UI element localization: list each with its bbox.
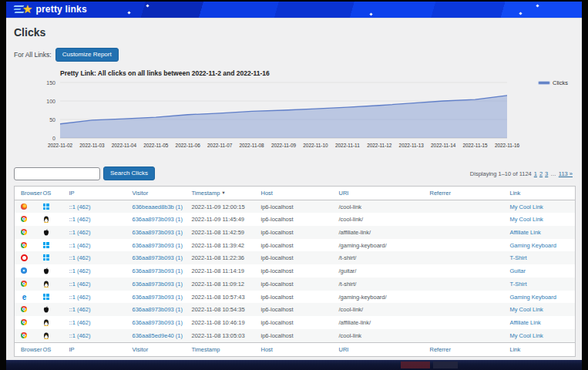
pretty-links-logo: ★ pretty links — [14, 4, 87, 15]
ip-link[interactable]: ::1 (462) — [68, 200, 131, 214]
ip-link[interactable]: ::1 (462) — [68, 316, 131, 329]
visitor-link[interactable]: 636aa8973b093 (1) — [131, 303, 190, 316]
chart-legend: Clicks — [539, 79, 568, 86]
referrer-value — [428, 278, 509, 291]
customize-report-button[interactable]: Customize Report — [55, 48, 119, 62]
pretty-link[interactable]: Gaming Keyboard — [509, 239, 576, 251]
column-header-os[interactable]: OS — [42, 187, 68, 200]
column-header-link[interactable]: Link — [509, 343, 576, 357]
timestamp-value: 2022-11-08 10:57:43 — [190, 291, 260, 303]
column-header-referrer[interactable]: Referrer — [428, 187, 509, 200]
column-header-timestamp[interactable]: Timestamp — [190, 343, 260, 357]
windows-icon — [43, 242, 49, 248]
ip-link[interactable]: ::1 (462) — [68, 239, 131, 251]
pretty-link[interactable]: Guitar — [509, 264, 576, 278]
pretty-link[interactable]: T-Shirt — [509, 278, 576, 291]
visitor-link[interactable]: 636aa8973b093 (1) — [131, 264, 190, 278]
svg-text:2022-11-10: 2022-11-10 — [303, 143, 328, 148]
referrer-value — [428, 329, 509, 343]
svg-text:2022-11-06: 2022-11-06 — [176, 143, 201, 148]
column-header-os[interactable]: OS — [42, 343, 68, 357]
icon-cell — [42, 329, 68, 343]
visitor-link[interactable]: 636aa85ed9e40 (1) — [131, 329, 190, 343]
column-header-browser[interactable]: Browser — [15, 343, 42, 357]
icon-cell — [42, 239, 68, 251]
logo-swoosh-icon — [14, 5, 26, 14]
visitor-link[interactable]: 636beaaed8b3b (1) — [131, 200, 190, 214]
page-link-3[interactable]: 3 — [545, 170, 548, 177]
visitor-link[interactable]: 636aa8973b093 (1) — [131, 291, 190, 303]
column-header-referrer[interactable]: Referrer — [428, 343, 509, 357]
timestamp-value: 2022-11-09 11:45:49 — [190, 213, 260, 226]
sparkle-icon — [536, 4, 539, 7]
visitor-link[interactable]: 636aa8973b093 (1) — [131, 213, 190, 226]
linux-tux-icon — [43, 332, 49, 339]
pretty-link[interactable]: T-Shirt — [509, 251, 576, 264]
ip-link[interactable]: ::1 (462) — [68, 213, 131, 226]
taskbar-item — [433, 362, 458, 368]
timestamp-value: 2022-11-09 12:00:15 — [190, 200, 260, 214]
ip-link[interactable]: ::1 (462) — [68, 291, 131, 303]
column-header-timestamp[interactable]: Timestamp▼ — [190, 187, 260, 200]
pretty-link[interactable]: My Cool Link — [509, 329, 576, 343]
ip-link[interactable]: ::1 (462) — [68, 278, 131, 291]
page-link-1[interactable]: 1 — [534, 170, 537, 177]
column-header-visitor[interactable]: Visitor — [131, 187, 190, 200]
visitor-link[interactable]: 636aa8973b093 (1) — [131, 239, 190, 251]
referrer-value — [428, 251, 509, 264]
ip-link[interactable]: ::1 (462) — [68, 329, 131, 343]
table-header-row: BrowserOSIPVisitorTimestamp▼HostURIRefer… — [15, 187, 576, 200]
icon-cell — [15, 264, 42, 278]
column-header-ip[interactable]: IP — [68, 343, 131, 357]
svg-text:2022-11-12: 2022-11-12 — [367, 143, 392, 148]
visitor-link[interactable]: 636aa8973b093 (1) — [131, 226, 190, 239]
referrer-value — [428, 200, 509, 214]
referrer-value — [428, 264, 509, 278]
page-link-last[interactable]: 113 » — [559, 170, 573, 177]
icon-cell — [42, 303, 68, 316]
column-header-browser[interactable]: Browser — [15, 187, 42, 200]
pagination-ellipsis: … — [550, 170, 556, 177]
svg-text:50: 50 — [49, 117, 55, 123]
visitor-link[interactable]: 636aa8973b093 (1) — [131, 278, 190, 291]
visitor-link[interactable]: 636aa8973b093 (1) — [131, 316, 190, 329]
timestamp-value: 2022-11-08 10:46:19 — [190, 316, 260, 329]
chart-title: Pretty Link: All clicks on all links bet… — [60, 69, 573, 77]
ip-link[interactable]: ::1 (462) — [68, 303, 131, 316]
table-row: e::1 (462)636aa8973b093 (1)2022-11-08 10… — [15, 291, 576, 303]
table-row: ::1 (462)636aa8973b093 (1)2022-11-08 10:… — [15, 316, 576, 329]
column-header-link[interactable]: Link — [509, 187, 576, 200]
visitor-link[interactable]: 636aa8973b093 (1) — [131, 251, 190, 264]
sparkle-icon — [146, 4, 149, 7]
referrer-value — [428, 303, 509, 316]
ip-link[interactable]: ::1 (462) — [68, 251, 131, 264]
column-header-uri[interactable]: URI — [338, 343, 428, 357]
column-header-visitor[interactable]: Visitor — [131, 343, 190, 357]
column-header-host[interactable]: Host — [260, 187, 338, 200]
referrer-value — [428, 316, 509, 329]
pretty-link[interactable]: My Cool Link — [509, 200, 576, 214]
displaying-label: Displaying 1–10 of 1124 — [470, 170, 532, 177]
pretty-link[interactable]: Affiliate Link — [509, 226, 576, 239]
host-value: ip6-localhost — [260, 226, 338, 239]
ip-link[interactable]: ::1 (462) — [68, 264, 131, 278]
timestamp-value: 2022-11-08 11:39:42 — [190, 239, 260, 251]
column-header-host[interactable]: Host — [260, 343, 338, 357]
clicks-table: BrowserOSIPVisitorTimestamp▼HostURIRefer… — [14, 186, 576, 357]
search-clicks-button[interactable]: Search Clicks — [103, 166, 155, 180]
icon-cell — [42, 213, 68, 226]
uri-value: /gaming-keyboard/ — [338, 239, 428, 251]
column-header-uri[interactable]: URI — [338, 187, 428, 200]
ip-link[interactable]: ::1 (462) — [68, 226, 131, 239]
page-link-2[interactable]: 2 — [539, 170, 543, 177]
column-header-ip[interactable]: IP — [68, 187, 131, 200]
pretty-link[interactable]: My Cool Link — [509, 213, 576, 226]
timestamp-value: 2022-11-08 10:54:35 — [190, 303, 260, 316]
icon-cell — [15, 213, 42, 226]
desktop-taskbar-strip — [6, 360, 582, 370]
pretty-link[interactable]: Gaming Keyboard — [509, 291, 576, 303]
pretty-link[interactable]: Affiliate Link — [509, 316, 576, 329]
search-input[interactable] — [14, 167, 100, 180]
sparkle-icon — [369, 12, 372, 15]
pretty-link[interactable]: My Cool Link — [509, 303, 576, 316]
